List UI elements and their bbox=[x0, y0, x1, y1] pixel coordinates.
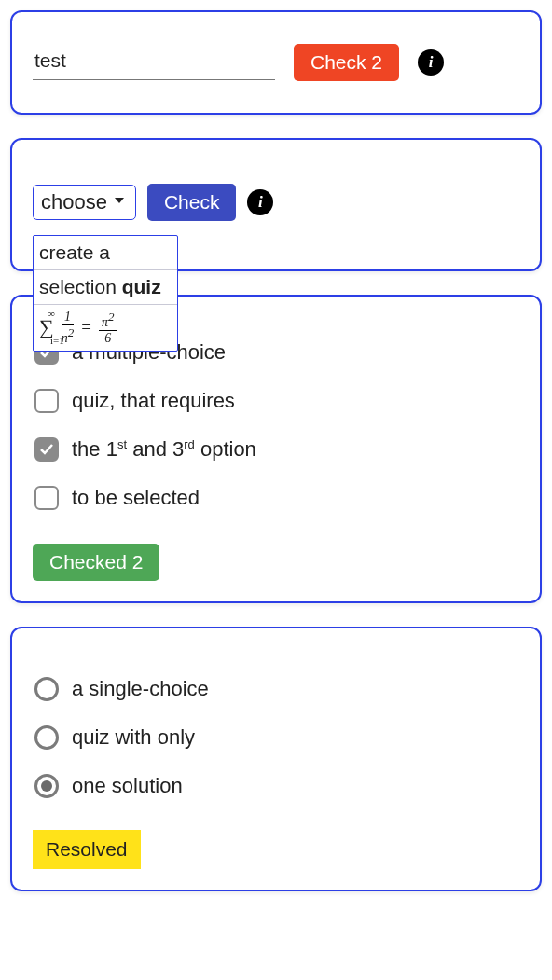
radio-dot bbox=[41, 780, 52, 792]
checked-button[interactable]: Checked 2 bbox=[33, 544, 159, 581]
checkbox[interactable] bbox=[34, 486, 59, 510]
radio[interactable] bbox=[34, 677, 59, 701]
checkbox[interactable] bbox=[34, 389, 59, 413]
option-label: quiz with only bbox=[72, 725, 195, 750]
checkbox-option[interactable]: quiz, that requires bbox=[34, 389, 519, 413]
dropdown-item-text: selection bbox=[39, 276, 122, 297]
radio-list: a single-choicequiz with onlyone solutio… bbox=[33, 649, 519, 830]
option-label: to be selected bbox=[72, 486, 200, 510]
select-card: choose Check i create a selection quiz ∑… bbox=[10, 138, 542, 271]
text-input[interactable] bbox=[33, 46, 275, 80]
check-icon bbox=[39, 442, 54, 457]
info-icon[interactable]: i bbox=[418, 49, 444, 76]
checkbox-option[interactable]: the 1st and 3rd option bbox=[34, 437, 519, 462]
option-label: one solution bbox=[72, 774, 183, 798]
option-label: quiz, that requires bbox=[72, 389, 235, 413]
info-icon[interactable]: i bbox=[247, 189, 273, 215]
radio[interactable] bbox=[34, 774, 59, 798]
radio[interactable] bbox=[34, 725, 59, 750]
option-label: the 1st and 3rd option bbox=[72, 437, 256, 462]
check-button[interactable]: Check 2 bbox=[294, 44, 399, 81]
dropdown-menu: create a selection quiz ∑∞i=1 1n2 = π26 bbox=[33, 235, 178, 352]
sigma-symbol: ∑∞i=1 bbox=[39, 315, 54, 339]
checkbox-option[interactable]: to be selected bbox=[34, 486, 519, 510]
dropdown-item-bold: quiz bbox=[122, 276, 161, 297]
equals-sign: = bbox=[81, 317, 91, 338]
radio-option[interactable]: a single-choice bbox=[34, 677, 519, 701]
card4-button-row: Resolved bbox=[33, 830, 519, 869]
checkbox[interactable] bbox=[34, 437, 59, 462]
caret-down-icon bbox=[115, 198, 124, 203]
choose-label: choose bbox=[41, 190, 107, 214]
fraction-pi2-over-6: π26 bbox=[99, 311, 117, 345]
radio-option[interactable]: one solution bbox=[34, 774, 519, 798]
resolved-button[interactable]: Resolved bbox=[33, 830, 141, 869]
check-button[interactable]: Check bbox=[147, 184, 237, 221]
text-input-card: Check 2 i bbox=[10, 10, 542, 115]
dropdown-item-formula[interactable]: ∑∞i=1 1n2 = π26 bbox=[34, 304, 177, 351]
dropdown-item-selection-quiz[interactable]: selection quiz bbox=[34, 269, 177, 304]
single-choice-card: a single-choicequiz with onlyone solutio… bbox=[10, 627, 542, 891]
card3-button-row: Checked 2 bbox=[33, 542, 519, 581]
choose-dropdown-button[interactable]: choose bbox=[33, 185, 136, 220]
card1-row: Check 2 i bbox=[33, 33, 519, 92]
radio-option[interactable]: quiz with only bbox=[34, 725, 519, 750]
dropdown-item-create[interactable]: create a bbox=[34, 236, 177, 269]
option-label: a single-choice bbox=[72, 677, 209, 701]
